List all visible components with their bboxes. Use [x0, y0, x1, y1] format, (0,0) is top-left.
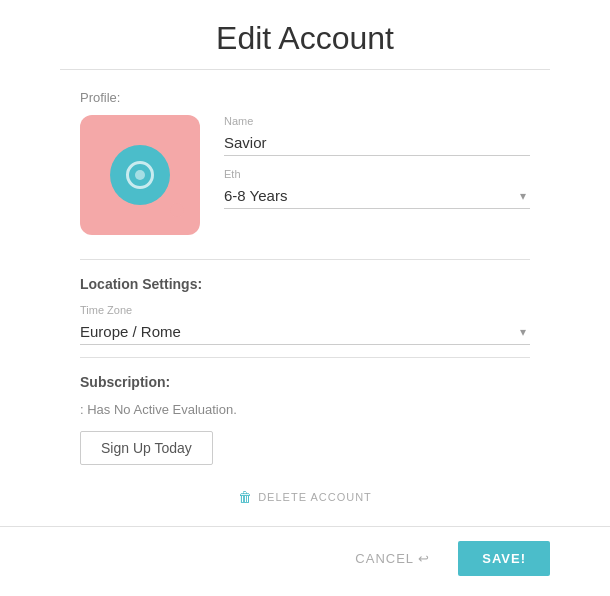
sign-up-button[interactable]: Sign Up Today: [80, 431, 213, 465]
delete-account-button[interactable]: DELETE ACCOUNT: [258, 491, 372, 503]
eth-select-wrapper: 6-8 Years 8-10 Years 10-12 Years 12-14 Y…: [224, 183, 530, 209]
name-field-group: Name: [224, 115, 530, 156]
divider-1: [80, 259, 530, 260]
trash-icon: 🗑: [238, 489, 252, 505]
location-section-title: Location Settings:: [80, 276, 530, 292]
page-container: Edit Account Profile: Name Eth: [0, 0, 610, 596]
subscription-no-eval-text: : Has No Active Evaluation.: [80, 402, 530, 417]
page-title: Edit Account: [60, 0, 550, 70]
eth-field-group: Eth 6-8 Years 8-10 Years 10-12 Years 12-…: [224, 168, 530, 209]
name-label: Name: [224, 115, 530, 127]
timezone-select[interactable]: Europe / Rome Europe / London America / …: [80, 319, 530, 345]
profile-section-label: Profile:: [80, 90, 530, 105]
timezone-field-group: Time Zone Europe / Rome Europe / London …: [80, 304, 530, 345]
avatar-circle: [110, 145, 170, 205]
delete-account-row: 🗑 DELETE ACCOUNT: [80, 489, 530, 505]
save-button[interactable]: SAVE!: [458, 541, 550, 576]
eth-label: Eth: [224, 168, 530, 180]
eth-select[interactable]: 6-8 Years 8-10 Years 10-12 Years 12-14 Y…: [224, 183, 530, 209]
name-input[interactable]: [224, 130, 530, 156]
cancel-button[interactable]: CANCEL ↩: [339, 541, 446, 576]
footer-row: CANCEL ↩ SAVE!: [0, 526, 610, 596]
camera-icon: [126, 161, 154, 189]
avatar[interactable]: [80, 115, 200, 235]
subscription-section-title: Subscription:: [80, 374, 530, 390]
profile-row: Name Eth 6-8 Years 8-10 Years 10-12 Year…: [80, 115, 530, 235]
content-area: Profile: Name Eth 6-8 Years: [0, 70, 610, 526]
timezone-select-wrapper: Europe / Rome Europe / London America / …: [80, 319, 530, 345]
avatar-dot: [170, 203, 184, 217]
subscription-section: Subscription: : Has No Active Evaluation…: [80, 374, 530, 465]
divider-2: [80, 357, 530, 358]
profile-fields: Name Eth 6-8 Years 8-10 Years 10-12 Year…: [224, 115, 530, 221]
timezone-label: Time Zone: [80, 304, 530, 316]
